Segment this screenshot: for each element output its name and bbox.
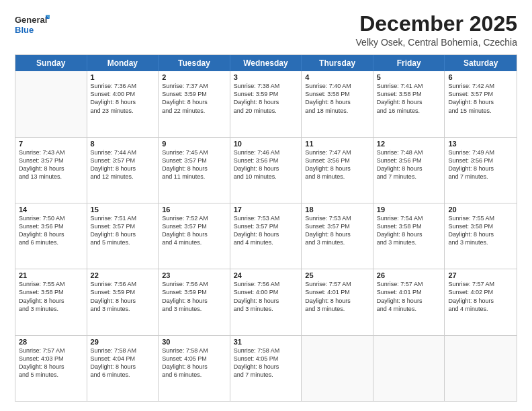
- day-number: 12: [377, 140, 441, 148]
- day-number: 3: [234, 73, 298, 81]
- day-number: 16: [162, 205, 226, 214]
- svg-text:Blue: Blue: [15, 25, 34, 35]
- table-row: 11Sunrise: 7:47 AM Sunset: 3:56 PM Dayli…: [302, 138, 373, 203]
- table-row: [15, 71, 87, 136]
- day-number: 22: [91, 271, 155, 279]
- day-number: 29: [91, 338, 155, 346]
- table-row: 17Sunrise: 7:53 AM Sunset: 3:57 PM Dayli…: [230, 203, 302, 269]
- day-info: Sunrise: 7:57 AM Sunset: 4:03 PM Dayligh…: [19, 347, 83, 379]
- header-wednesday: Wednesday: [230, 55, 302, 71]
- day-info: Sunrise: 7:46 AM Sunset: 3:56 PM Dayligh…: [234, 148, 298, 181]
- day-number: 31: [234, 338, 298, 346]
- title-block: December 2025 Velky Osek, Central Bohemi…: [356, 12, 517, 48]
- table-row: 4Sunrise: 7:40 AM Sunset: 3:58 PM Daylig…: [302, 71, 373, 136]
- table-row: 20Sunrise: 7:55 AM Sunset: 3:58 PM Dayli…: [445, 203, 517, 269]
- table-row: 13Sunrise: 7:49 AM Sunset: 3:56 PM Dayli…: [445, 138, 517, 203]
- table-row: 10Sunrise: 7:46 AM Sunset: 3:56 PM Dayli…: [230, 138, 302, 203]
- table-row: [302, 336, 373, 401]
- day-info: Sunrise: 7:42 AM Sunset: 3:57 PM Dayligh…: [448, 82, 513, 115]
- day-number: 27: [448, 271, 513, 279]
- day-number: 30: [162, 338, 226, 346]
- subtitle: Velky Osek, Central Bohemia, Czechia: [356, 37, 517, 48]
- day-info: Sunrise: 7:38 AM Sunset: 3:59 PM Dayligh…: [234, 82, 298, 115]
- day-info: Sunrise: 7:47 AM Sunset: 3:56 PM Dayligh…: [305, 148, 369, 181]
- table-row: 12Sunrise: 7:48 AM Sunset: 3:56 PM Dayli…: [373, 138, 445, 203]
- day-number: 14: [19, 205, 83, 214]
- day-number: 26: [377, 271, 441, 279]
- day-info: Sunrise: 7:55 AM Sunset: 3:58 PM Dayligh…: [448, 214, 513, 247]
- day-number: 17: [234, 205, 298, 214]
- table-row: 15Sunrise: 7:51 AM Sunset: 3:57 PM Dayli…: [87, 203, 159, 269]
- day-info: Sunrise: 7:56 AM Sunset: 3:59 PM Dayligh…: [91, 280, 155, 313]
- day-number: 8: [91, 140, 155, 148]
- table-row: 27Sunrise: 7:57 AM Sunset: 4:02 PM Dayli…: [445, 269, 517, 334]
- day-number: 19: [377, 205, 441, 214]
- day-number: 2: [162, 73, 226, 81]
- header-thursday: Thursday: [302, 55, 373, 71]
- day-info: Sunrise: 7:57 AM Sunset: 4:01 PM Dayligh…: [305, 280, 369, 313]
- day-number: 1: [91, 73, 155, 81]
- day-info: Sunrise: 7:45 AM Sunset: 3:57 PM Dayligh…: [162, 148, 226, 181]
- header: General Blue December 2025 Velky Osek, C…: [15, 12, 517, 48]
- page: General Blue December 2025 Velky Osek, C…: [0, 0, 532, 411]
- table-row: 29Sunrise: 7:58 AM Sunset: 4:04 PM Dayli…: [87, 336, 159, 401]
- day-number: 20: [448, 205, 513, 214]
- table-row: [445, 336, 517, 401]
- week-row-2: 7Sunrise: 7:43 AM Sunset: 3:57 PM Daylig…: [15, 138, 517, 203]
- table-row: 21Sunrise: 7:55 AM Sunset: 3:58 PM Dayli…: [15, 269, 87, 334]
- table-row: 22Sunrise: 7:56 AM Sunset: 3:59 PM Dayli…: [87, 269, 159, 334]
- day-number: 5: [377, 73, 441, 81]
- table-row: 8Sunrise: 7:44 AM Sunset: 3:57 PM Daylig…: [87, 138, 159, 203]
- table-row: 24Sunrise: 7:56 AM Sunset: 4:00 PM Dayli…: [230, 269, 302, 334]
- logo-svg: General Blue: [15, 12, 50, 38]
- day-info: Sunrise: 7:56 AM Sunset: 4:00 PM Dayligh…: [234, 280, 298, 313]
- table-row: 2Sunrise: 7:37 AM Sunset: 3:59 PM Daylig…: [159, 71, 230, 136]
- day-number: 10: [234, 140, 298, 148]
- table-row: 31Sunrise: 7:58 AM Sunset: 4:05 PM Dayli…: [230, 336, 302, 401]
- day-number: 24: [234, 271, 298, 279]
- day-number: 6: [448, 73, 513, 81]
- table-row: 25Sunrise: 7:57 AM Sunset: 4:01 PM Dayli…: [302, 269, 373, 334]
- svg-text:General: General: [15, 15, 47, 25]
- day-number: 4: [305, 73, 369, 81]
- day-info: Sunrise: 7:58 AM Sunset: 4:05 PM Dayligh…: [162, 347, 226, 379]
- main-title: December 2025: [356, 12, 517, 36]
- header-friday: Friday: [373, 55, 445, 71]
- day-info: Sunrise: 7:37 AM Sunset: 3:59 PM Dayligh…: [162, 82, 226, 115]
- logo: General Blue: [15, 12, 50, 38]
- day-number: 11: [305, 140, 369, 148]
- day-info: Sunrise: 7:44 AM Sunset: 3:57 PM Dayligh…: [91, 148, 155, 181]
- day-info: Sunrise: 7:53 AM Sunset: 3:57 PM Dayligh…: [234, 214, 298, 247]
- table-row: 30Sunrise: 7:58 AM Sunset: 4:05 PM Dayli…: [159, 336, 230, 401]
- table-row: 23Sunrise: 7:56 AM Sunset: 3:59 PM Dayli…: [159, 269, 230, 334]
- table-row: 26Sunrise: 7:57 AM Sunset: 4:01 PM Dayli…: [373, 269, 445, 334]
- day-info: Sunrise: 7:57 AM Sunset: 4:01 PM Dayligh…: [377, 280, 441, 313]
- day-info: Sunrise: 7:53 AM Sunset: 3:57 PM Dayligh…: [305, 214, 369, 247]
- week-row-4: 21Sunrise: 7:55 AM Sunset: 3:58 PM Dayli…: [15, 269, 517, 335]
- day-number: 13: [448, 140, 513, 148]
- header-saturday: Saturday: [445, 55, 517, 71]
- table-row: 16Sunrise: 7:52 AM Sunset: 3:57 PM Dayli…: [159, 203, 230, 269]
- day-info: Sunrise: 7:49 AM Sunset: 3:56 PM Dayligh…: [448, 148, 513, 181]
- day-info: Sunrise: 7:58 AM Sunset: 4:04 PM Dayligh…: [91, 347, 155, 379]
- table-row: 18Sunrise: 7:53 AM Sunset: 3:57 PM Dayli…: [302, 203, 373, 269]
- header-monday: Monday: [87, 55, 159, 71]
- table-row: 7Sunrise: 7:43 AM Sunset: 3:57 PM Daylig…: [15, 138, 87, 203]
- day-number: 21: [19, 271, 83, 279]
- day-info: Sunrise: 7:57 AM Sunset: 4:02 PM Dayligh…: [448, 280, 513, 313]
- day-info: Sunrise: 7:43 AM Sunset: 3:57 PM Dayligh…: [19, 148, 83, 181]
- table-row: 14Sunrise: 7:50 AM Sunset: 3:56 PM Dayli…: [15, 203, 87, 269]
- table-row: [373, 336, 445, 401]
- table-row: 19Sunrise: 7:54 AM Sunset: 3:58 PM Dayli…: [373, 203, 445, 269]
- table-row: 1Sunrise: 7:36 AM Sunset: 4:00 PM Daylig…: [87, 71, 159, 136]
- day-info: Sunrise: 7:52 AM Sunset: 3:57 PM Dayligh…: [162, 214, 226, 247]
- day-info: Sunrise: 7:58 AM Sunset: 4:05 PM Dayligh…: [234, 347, 298, 379]
- calendar: SundayMondayTuesdayWednesdayThursdayFrid…: [15, 54, 517, 402]
- table-row: 28Sunrise: 7:57 AM Sunset: 4:03 PM Dayli…: [15, 336, 87, 401]
- header-sunday: Sunday: [15, 55, 87, 71]
- table-row: 6Sunrise: 7:42 AM Sunset: 3:57 PM Daylig…: [445, 71, 517, 136]
- week-row-1: 1Sunrise: 7:36 AM Sunset: 4:00 PM Daylig…: [15, 71, 517, 137]
- day-info: Sunrise: 7:51 AM Sunset: 3:57 PM Dayligh…: [91, 214, 155, 247]
- week-row-5: 28Sunrise: 7:57 AM Sunset: 4:03 PM Dayli…: [15, 336, 517, 401]
- calendar-body: 1Sunrise: 7:36 AM Sunset: 4:00 PM Daylig…: [15, 71, 517, 401]
